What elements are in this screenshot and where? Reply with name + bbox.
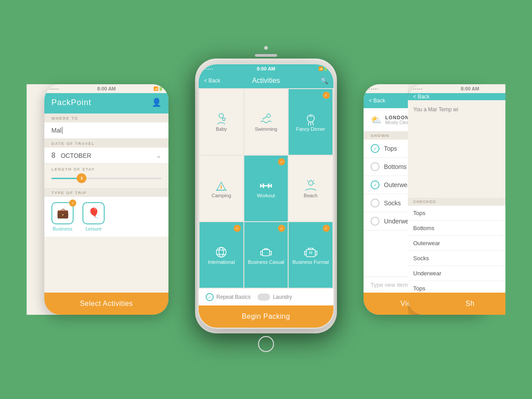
- activity-beach[interactable]: Beach: [289, 156, 332, 221]
- phone-right-2: ••••• 8:00 AM 📶🔋 < Back You a Mar Temp w…: [408, 84, 532, 315]
- s2-status-bar: ••••• 8:00 AM 📶🔋: [199, 64, 333, 73]
- svg-point-0: [219, 113, 223, 118]
- business-check: ✓: [69, 200, 76, 207]
- intro-text: You a Mar Temp wi: [413, 106, 527, 114]
- business-formal-check: ✓: [323, 225, 330, 232]
- business-formal-icon: [304, 245, 318, 259]
- s3-dots: •••••: [369, 87, 379, 90]
- length-label: LENGTH OF STAY: [51, 167, 161, 174]
- outerwear-check: ✓: [371, 180, 379, 189]
- phone-center: ••••• 8:00 AM 📶🔋 < Back Activities 🔍: [197, 63, 335, 329]
- share-socks: Socks: [408, 251, 532, 266]
- svg-line-15: [313, 180, 314, 181]
- activity-swimming[interactable]: Swimming: [244, 89, 288, 155]
- center-phone-wrapper: ••••• 8:00 AM 📶🔋 < Back Activities 🔍: [195, 43, 337, 356]
- s4-back-btn[interactable]: < Back: [413, 94, 430, 100]
- share-list: Tops Bottoms Outerwear Socks Underwear T…: [408, 206, 532, 293]
- activity-business-formal[interactable]: ✓ Business Formal: [289, 222, 332, 288]
- swim-icon: [259, 112, 273, 126]
- s1-status-bar: ••••• 8:00 AM 📶🔋: [44, 84, 168, 93]
- bottoms-check: [371, 162, 379, 171]
- svg-point-19: [219, 247, 223, 257]
- s4-time: 8:00 AM: [461, 86, 479, 91]
- repeat-basics-toggle[interactable]: ✓ Repeat Basics: [206, 293, 250, 301]
- activity-camping[interactable]: Camping: [200, 156, 243, 221]
- activity-business-casual[interactable]: ✓ Business Casual: [244, 222, 288, 288]
- s1-header: PackPoint 👤: [44, 93, 168, 113]
- svg-point-2: [267, 114, 270, 117]
- camp-icon: [214, 179, 228, 193]
- s1-time: 8:00 AM: [97, 86, 116, 91]
- activity-fancy-dinner[interactable]: ✓ Fancy Dinner: [289, 89, 332, 155]
- begin-packing-btn[interactable]: Begin Packing: [199, 305, 333, 328]
- search-icon[interactable]: 🔍: [321, 77, 328, 84]
- date-row[interactable]: 8 OCTOBER ⌄: [44, 148, 168, 164]
- fancy-dinner-label: Fancy Dinner: [296, 126, 325, 132]
- s2-dots: •••••: [204, 67, 214, 70]
- slider-thumb[interactable]: 3: [77, 173, 86, 183]
- speaker: [255, 54, 277, 57]
- socks-check: [371, 199, 379, 207]
- activities-grid: Baby Swimming ✓ Fancy Dinner: [199, 88, 333, 289]
- s4-status-bar: ••••• 8:00 AM 📶🔋: [408, 84, 532, 93]
- where-to-input[interactable]: Mal: [44, 122, 168, 139]
- trip-business[interactable]: 💼 Business ✓: [51, 202, 74, 231]
- svg-rect-26: [306, 250, 315, 257]
- phone-outer: ••••• 8:00 AM 📶🔋 < Back Activities 🔍: [195, 59, 337, 333]
- camera: [264, 46, 268, 50]
- dinner-icon: [304, 112, 318, 126]
- s2-nav: < Back Activities 🔍: [199, 73, 333, 88]
- s2-time: 8:00 AM: [257, 66, 275, 71]
- activity-baby[interactable]: Baby: [200, 89, 243, 155]
- laundry-label: Laundry: [273, 294, 292, 300]
- leisure-icon-box: 🎈: [82, 202, 105, 224]
- business-label: Business: [53, 226, 73, 231]
- bottom-toggles: ✓ Repeat Basics Laundry: [199, 289, 333, 305]
- where-to-label: WHERE TO: [44, 113, 168, 122]
- s4-nav: < Back: [408, 93, 532, 100]
- date-month: OCTOBER: [61, 152, 150, 159]
- repeat-basics-check: ✓: [206, 293, 214, 301]
- select-activities-btn[interactable]: Select Activities: [44, 293, 168, 315]
- workout-icon: [259, 179, 273, 193]
- weather-cloud-icon: ⛅: [371, 114, 382, 125]
- status-dots: •••••: [5, 86, 13, 91]
- svg-point-13: [309, 181, 313, 185]
- s2-icons: 📶🔋: [318, 66, 328, 71]
- repeat-basics-label: Repeat Basics: [216, 294, 250, 300]
- laundry-switch: [258, 293, 270, 301]
- trip-leisure[interactable]: 🎈 Leisure: [82, 202, 105, 231]
- profile-icon[interactable]: 👤: [152, 98, 161, 107]
- s4-dots: •••••: [413, 87, 423, 90]
- share-tops-2: Tops: [408, 281, 532, 293]
- underwear-check: [371, 217, 379, 226]
- date-chevron[interactable]: ⌄: [156, 151, 161, 160]
- activity-workout[interactable]: ✓ Workout: [244, 156, 288, 221]
- s2-back-btn[interactable]: < Back: [204, 78, 220, 84]
- business-casual-check: ✓: [278, 225, 285, 232]
- home-button[interactable]: [258, 336, 274, 352]
- app-title: PackPoint: [51, 98, 91, 107]
- beach-label: Beach: [304, 193, 317, 198]
- fancy-dinner-check: ✓: [323, 92, 330, 99]
- svg-point-1: [223, 118, 225, 121]
- share-underwear: Underwear: [408, 266, 532, 281]
- trip-types: 💼 Business ✓ 🎈 Leisure: [44, 197, 168, 237]
- s3-back-btn[interactable]: < Back: [369, 98, 385, 104]
- share-bottoms: Bottoms: [408, 221, 532, 236]
- business-formal-label: Business Formal: [293, 259, 329, 265]
- business-casual-label: Business Casual: [248, 259, 284, 265]
- activity-international[interactable]: ✓ International: [200, 222, 243, 288]
- baby-icon: [214, 112, 228, 126]
- share-btn[interactable]: Sh: [408, 293, 532, 315]
- s1-dots: •••••: [50, 87, 59, 90]
- tops-check: ✓: [371, 144, 379, 153]
- svg-line-17: [307, 180, 308, 181]
- slider-track[interactable]: 3: [51, 178, 161, 179]
- length-section: LENGTH OF STAY 3: [44, 164, 168, 188]
- leisure-label: Leisure: [86, 226, 102, 231]
- swim-label: Swimming: [255, 126, 278, 132]
- s4-icons: 📶🔋: [517, 86, 527, 91]
- s4-body: You a Mar Temp wi: [408, 100, 532, 198]
- laundry-toggle[interactable]: Laundry: [258, 293, 292, 301]
